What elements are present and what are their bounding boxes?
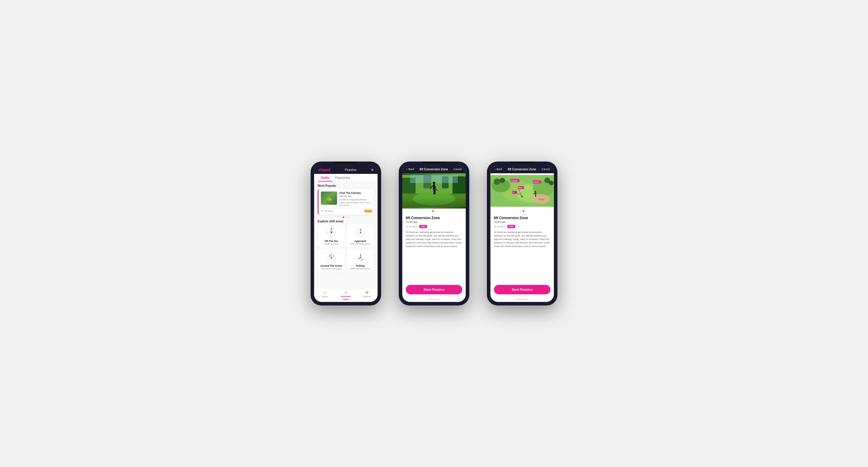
- svg-point-12: [360, 232, 361, 233]
- phone2-title: 6ft Conversion Zone: [420, 168, 448, 171]
- skill-card-atg[interactable]: Around The Green Hone your short game: [318, 249, 345, 272]
- app-logo: clippd: [318, 167, 330, 172]
- putting-desc: Make and lag practice: [348, 268, 372, 270]
- start-practice-button[interactable]: Start Practice: [406, 285, 462, 294]
- favourite-star-icon-3[interactable]: ☆: [548, 216, 550, 219]
- svg-line-24: [332, 256, 333, 258]
- phone2-header: ‹ Back 6ft Conversion Zone Cancel: [402, 165, 466, 173]
- home-label: Home: [322, 295, 328, 298]
- home-icon: ⌂: [323, 290, 326, 295]
- svg-line-47: [435, 186, 435, 189]
- course-illustration: SAND FAIRWAY ROUGH Miss: [490, 173, 554, 208]
- back-chevron-icon: ‹: [406, 167, 408, 171]
- skill-card-approach[interactable]: Approach Dial-in to hit the green: [347, 224, 374, 247]
- ott-icon: [326, 227, 337, 238]
- svg-point-42: [433, 182, 435, 185]
- detail-content-photo: 6ft Conversion Zone 10-50 yds ☆ ⏱ 20 sho…: [402, 173, 466, 282]
- drill-meta-3: ⏱ 20 shots ARG: [494, 225, 550, 228]
- detail-body: 6ft Conversion Zone 10-50 yds ☆ ⏱ 20 sho…: [402, 213, 466, 251]
- home-indicator-3: [516, 299, 528, 300]
- tabs-bar: Drills Favourites: [314, 174, 378, 182]
- favourite-icon[interactable]: ☆: [369, 192, 372, 198]
- title-block-3: 6ft Conversion Zone 10-50 yds: [494, 216, 528, 224]
- drill-detail-title-3: 6ft Conversion Zone: [494, 216, 528, 220]
- phone3-title: 6ft Conversion Zone: [508, 168, 536, 171]
- phone3-header: ‹ Back 6ft Conversion Zone Cancel: [490, 165, 554, 173]
- shots-count: ⏱ 20 shots: [406, 225, 417, 228]
- detail-content-illustration: SAND FAIRWAY ROUGH Miss: [490, 173, 554, 282]
- drill-description: 20 shots are randomly generated at dista…: [406, 231, 462, 248]
- featured-drill-card[interactable]: Find The Fairway Off The Tee ☆ Create an…: [318, 189, 374, 215]
- drill-description-3: 20 shots are randomly generated at dista…: [494, 231, 550, 248]
- nav-activities[interactable]: ♧ Activities: [335, 290, 356, 300]
- start-practice-button-3[interactable]: Start Practice: [494, 285, 550, 294]
- title-row: 6ft Conversion Zone 10-50 yds ☆: [406, 216, 462, 224]
- cancel-button[interactable]: Cancel: [454, 168, 462, 171]
- skill-card-ott[interactable]: Off The Tee Power accuracy: [318, 224, 345, 247]
- drill-meta: ⏱ 20 shots ARG: [406, 225, 462, 228]
- skill-card-putting[interactable]: Putting Make and lag practice: [347, 249, 374, 272]
- svg-rect-72: [536, 195, 536, 197]
- explore-title: Explore skill areas: [318, 220, 374, 223]
- svg-rect-70: [535, 192, 536, 195]
- img-dot-3-2: [523, 210, 524, 212]
- drill-yardage: 10-50 yds: [406, 221, 440, 224]
- cancel-button-3[interactable]: Cancel: [541, 168, 550, 171]
- svg-text:SAND: SAND: [539, 199, 544, 201]
- putting-name: Putting: [348, 264, 372, 267]
- back-button[interactable]: ‹ Back: [406, 167, 414, 171]
- svg-text:Miss: Miss: [519, 187, 522, 189]
- svg-point-1: [331, 232, 332, 233]
- phone-1-screen: clippd Practice ≡ Drills Favourites Most…: [314, 165, 378, 302]
- svg-point-68: [521, 196, 523, 197]
- putting-icon: [355, 252, 366, 263]
- svg-rect-44: [433, 190, 435, 194]
- activities-icon: ♧: [344, 290, 348, 295]
- menu-icon[interactable]: ≡: [371, 167, 373, 172]
- tab-favourites[interactable]: Favourites: [332, 174, 353, 181]
- svg-line-23: [330, 256, 332, 258]
- activities-label: Activities: [341, 295, 350, 298]
- svg-text:FAIRWAY: FAIRWAY: [511, 180, 518, 182]
- phones-container: clippd Practice ≡ Drills Favourites Most…: [311, 162, 557, 305]
- drill-photo: [402, 173, 466, 208]
- drills-content: Most Popular Find The Fairway Off The Te…: [314, 182, 378, 288]
- svg-line-31: [359, 257, 361, 259]
- svg-text:ROUGH: ROUGH: [533, 181, 539, 183]
- nav-capture[interactable]: ⊕ Capture: [356, 290, 378, 300]
- dot-3: [348, 216, 349, 218]
- drill-info: Find The Fairway Off The Tee ☆ Create an…: [339, 192, 372, 207]
- title-row-3: 6ft Conversion Zone 10-50 yds ☆: [494, 216, 550, 224]
- ott-desc: Power accuracy: [319, 243, 343, 245]
- img-dot-2: [435, 210, 436, 212]
- shots-info: ⏱ 10 shots: [321, 210, 333, 212]
- capture-label: Capture: [363, 295, 371, 298]
- title-block: 6ft Conversion Zone 10-50 yds: [406, 216, 440, 224]
- phone-2: ‹ Back 6ft Conversion Zone Cancel: [399, 162, 469, 305]
- back-chevron-icon-3: ‹: [495, 167, 496, 171]
- most-popular-title: Most Popular: [318, 184, 374, 188]
- drill-detail-title: 6ft Conversion Zone: [406, 216, 440, 220]
- back-label-3: Back: [497, 168, 502, 171]
- img-dot-3-1: [520, 210, 522, 212]
- nav-home[interactable]: ⌂ Home: [314, 290, 335, 300]
- svg-rect-45: [435, 190, 436, 194]
- drill-thumbnail: [321, 192, 337, 205]
- home-indicator: [428, 299, 440, 300]
- approach-icon: [355, 227, 366, 238]
- atg-desc: Hone your short game: [319, 268, 343, 270]
- ott-badge: OTT: [365, 210, 372, 212]
- dot-2: [345, 216, 347, 218]
- back-button-3[interactable]: ‹ Back: [495, 167, 502, 171]
- favourite-star-icon[interactable]: ☆: [460, 216, 462, 219]
- approach-name: Approach: [348, 240, 372, 243]
- drill-description: Create an imaginary fairway using marker…: [339, 198, 372, 207]
- svg-point-56: [494, 178, 500, 185]
- tab-drills[interactable]: Drills: [318, 174, 332, 181]
- detail-body-3: 6ft Conversion Zone 10-50 yds ☆ ⏱ 20 sho…: [490, 213, 554, 251]
- phone-1: clippd Practice ≡ Drills Favourites Most…: [311, 162, 381, 305]
- arg-badge: ARG: [419, 225, 427, 228]
- svg-line-32: [361, 257, 362, 260]
- svg-rect-71: [535, 195, 536, 197]
- svg-point-6: [331, 228, 332, 229]
